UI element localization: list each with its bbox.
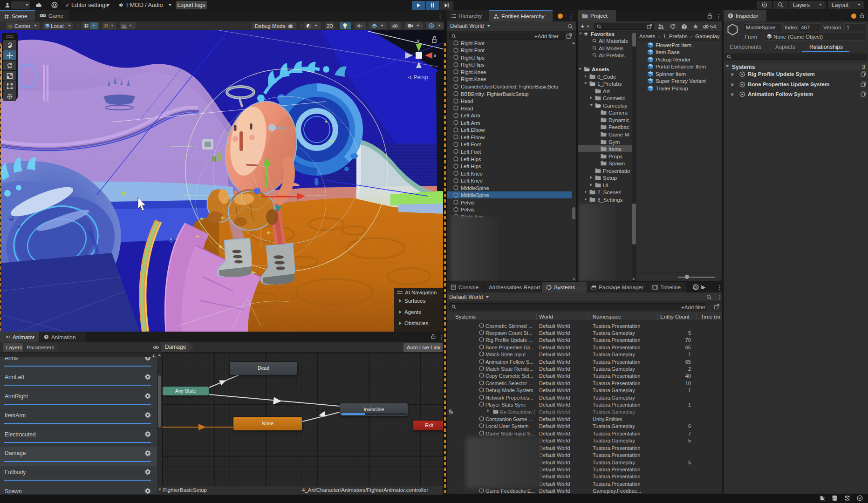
svg-text:Surfaces: Surfaces: [404, 298, 426, 304]
svg-text:Obstacles: Obstacles: [404, 320, 428, 326]
svg-text:y: y: [417, 38, 420, 43]
svg-text:AI Navigation: AI Navigation: [405, 290, 437, 295]
svg-text:Agents: Agents: [404, 309, 421, 315]
svg-text:x: x: [434, 53, 437, 58]
svg-text:⋖ Persp: ⋖ Persp: [407, 74, 428, 81]
